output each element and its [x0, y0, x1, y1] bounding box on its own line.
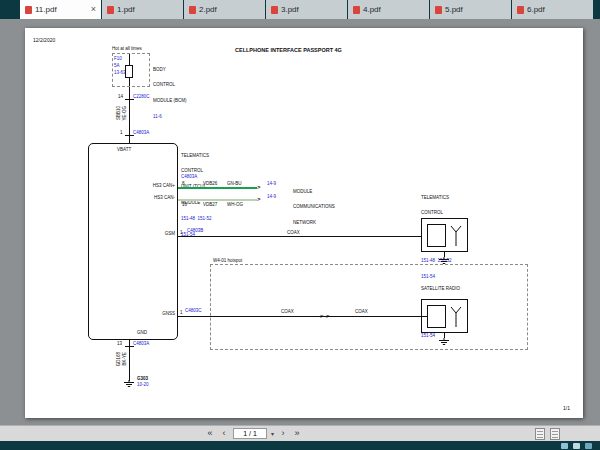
- wire-color-label: GN-BU: [227, 181, 242, 186]
- gsm-coax-wire: [178, 236, 427, 237]
- tab-1pdf[interactable]: 1.pdf: [102, 0, 184, 19]
- tab-label: 3.pdf: [281, 5, 299, 14]
- hotspot-label: W4-01 hotspot: [213, 258, 242, 263]
- wire-color-label: BK-YE: [122, 352, 127, 366]
- coax-label: COAX: [287, 230, 300, 235]
- page-menu-arrow-icon[interactable]: ▾: [271, 430, 274, 437]
- tcu-pin-gnd: GND: [137, 330, 147, 335]
- tcu-antenna-inner-box: [427, 224, 446, 247]
- inline-connector-icon: >: [320, 313, 324, 319]
- ground-icon: [438, 338, 450, 346]
- pin-number: 1: [180, 230, 183, 235]
- network-arrow-icon: >: [257, 196, 261, 202]
- inline-connector-icon: >: [326, 313, 330, 319]
- fuse-rating: 5A: [114, 63, 120, 68]
- pdf-file-icon: [107, 6, 114, 14]
- first-page-button[interactable]: «: [205, 429, 215, 438]
- tab-label: 4.pdf: [363, 5, 381, 14]
- next-page-button[interactable]: ›: [278, 429, 288, 438]
- tcu-pin-can-plus: HS3 CAN+: [153, 183, 175, 188]
- antenna-icon: [449, 224, 463, 248]
- pdf-file-icon: [353, 6, 360, 14]
- tab-label: 2.pdf: [199, 5, 217, 14]
- ground-icon: [123, 380, 135, 388]
- pdf-file-icon: [271, 6, 278, 14]
- tcu-pin-can-minus: HS3 CAN-: [154, 195, 175, 200]
- tab-4pdf[interactable]: 4.pdf: [348, 0, 430, 19]
- wire-color-label: YE-OG: [122, 106, 127, 121]
- page-nav-group: « ‹ ▾ › »: [205, 428, 302, 439]
- bcm-label: BODY CONTROL MODULE (BCM) 11-6: [153, 56, 187, 130]
- close-tab-icon[interactable]: ×: [91, 5, 96, 14]
- circuit-label: GD168: [116, 352, 121, 366]
- previous-page-button[interactable]: ‹: [219, 429, 229, 438]
- fuse-ref: 13-63: [114, 70, 126, 75]
- ground-ref: 10-20: [137, 382, 149, 387]
- continuous-view-icon[interactable]: [550, 428, 560, 440]
- sheet-number: 1/1: [563, 406, 570, 412]
- fit-page-icon[interactable]: [573, 443, 580, 449]
- connector-label: C4803A: [181, 174, 197, 179]
- pdf-file-icon: [25, 6, 32, 14]
- pin-number: 14: [118, 94, 123, 99]
- pin-number: 8: [182, 181, 185, 186]
- connector-label: C4803C: [185, 308, 202, 313]
- view-mode-icons: [535, 428, 560, 440]
- pin-number: 1: [180, 310, 183, 315]
- tab-label: 6.pdf: [527, 5, 545, 14]
- document-area: 12/2/2020 CELLPHONE INTERFACE PASSPORT 4…: [0, 19, 600, 425]
- pdf-page: 12/2/2020 CELLPHONE INTERFACE PASSPORT 4…: [25, 28, 583, 418]
- thumbnail-view-icon[interactable]: [561, 443, 568, 449]
- tab-11pdf[interactable]: 11.pdf ×: [20, 0, 102, 19]
- network-ref: 14-9: [267, 181, 276, 186]
- tab-label: 1.pdf: [117, 5, 135, 14]
- tab-2pdf[interactable]: 2.pdf: [184, 0, 266, 19]
- sat-antenna-inner-box: [427, 305, 446, 328]
- can-plus-wire: [178, 187, 257, 189]
- gnss-coax-wire: [178, 316, 427, 317]
- page-number-input[interactable]: [233, 428, 267, 439]
- fullscreen-icon[interactable]: [585, 443, 592, 449]
- hotspot-boundary-box: [210, 264, 528, 350]
- tab-3pdf[interactable]: 3.pdf: [266, 0, 348, 19]
- last-page-button[interactable]: »: [292, 429, 302, 438]
- tab-bar: 11.pdf × 1.pdf 2.pdf 3.pdf 4.pdf 5.pdf 6…: [0, 0, 600, 19]
- circuit-label: VDB26: [203, 181, 217, 186]
- pin-number: 1: [120, 130, 123, 135]
- network-ref: 14-9: [267, 194, 276, 199]
- can-minus-wire: [178, 199, 257, 201]
- pdf-file-icon: [517, 6, 524, 14]
- connector-label: C2280C: [133, 94, 150, 99]
- single-page-view-icon[interactable]: [535, 428, 545, 440]
- coax-label: COAX: [355, 309, 368, 314]
- pdf-file-icon: [189, 6, 196, 14]
- tcu-pin-vbatt: VBATT: [117, 147, 131, 152]
- fuse-symbol: [125, 65, 133, 78]
- pdf-file-icon: [435, 6, 442, 14]
- tab-label: 5.pdf: [445, 5, 463, 14]
- status-bar: [0, 441, 600, 450]
- tab-6pdf[interactable]: 6.pdf: [512, 0, 594, 19]
- hot-at-all-times-label: Hot at all times: [112, 46, 142, 51]
- wire-color-label: WH-OG: [227, 202, 243, 207]
- tab-label: 11.pdf: [35, 5, 57, 14]
- pdf-reader-window: 11.pdf × 1.pdf 2.pdf 3.pdf 4.pdf 5.pdf 6…: [0, 0, 600, 450]
- module-comm-network-label: MODULE COMMUNICATIONS NETWORK: [293, 178, 335, 236]
- antenna-icon: [449, 305, 463, 329]
- network-arrow-icon: >: [257, 184, 261, 190]
- diagram-date: 12/2/2020: [33, 38, 55, 44]
- coax-label: COAX: [281, 309, 294, 314]
- connector-label: C4803A: [133, 341, 149, 346]
- circuit-label: VDB27: [203, 202, 217, 207]
- tab-5pdf[interactable]: 5.pdf: [430, 0, 512, 19]
- pin-number: 13: [117, 341, 122, 346]
- diagram-title: CELLPHONE INTERFACE PASSPORT 4G: [235, 47, 342, 53]
- tcu-pin-gnss: GNSS: [162, 311, 175, 316]
- connector-label: C4803A: [133, 130, 149, 135]
- page-navigation-toolbar: « ‹ ▾ › »: [0, 425, 600, 441]
- connector-label: C4803B: [187, 228, 203, 233]
- ground-name: G303: [137, 376, 148, 381]
- tcu-pin-gsm: GSM: [165, 231, 175, 236]
- fuse-name: F10: [114, 56, 122, 61]
- circuit-label: SBB10: [116, 106, 121, 120]
